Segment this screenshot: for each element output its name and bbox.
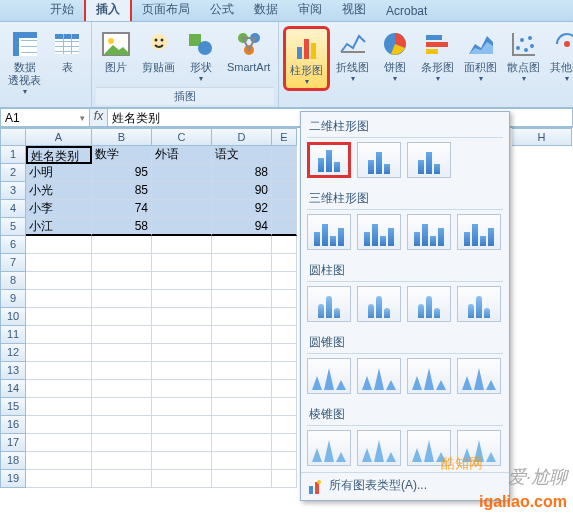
cell-C18[interactable] bbox=[152, 452, 212, 470]
row-header-14[interactable]: 14 bbox=[0, 380, 26, 398]
cell-E17[interactable] bbox=[272, 434, 297, 452]
chart-type-thumb[interactable] bbox=[357, 358, 401, 394]
chart-type-thumb[interactable] bbox=[357, 142, 401, 178]
cell-A9[interactable] bbox=[26, 290, 92, 308]
cell-E3[interactable] bbox=[272, 182, 297, 200]
tab-插入[interactable]: 插入 bbox=[84, 0, 132, 21]
cell-E13[interactable] bbox=[272, 362, 297, 380]
cell-C8[interactable] bbox=[152, 272, 212, 290]
cell-E19[interactable] bbox=[272, 470, 297, 488]
cell-C17[interactable] bbox=[152, 434, 212, 452]
cell-D11[interactable] bbox=[212, 326, 272, 344]
row-header-5[interactable]: 5 bbox=[0, 218, 26, 236]
fx-icon[interactable]: fx bbox=[90, 108, 108, 127]
cell-D4[interactable]: 92 bbox=[212, 200, 272, 218]
tab-开始[interactable]: 开始 bbox=[40, 0, 84, 21]
cell-B1[interactable]: 数学 bbox=[92, 146, 152, 164]
other-chart-button[interactable]: 其他图▾ bbox=[546, 26, 573, 85]
chart-type-thumb[interactable] bbox=[307, 358, 351, 394]
row-header-19[interactable]: 19 bbox=[0, 470, 26, 488]
shapes-button[interactable]: 形状▾ bbox=[181, 26, 221, 85]
cell-B8[interactable] bbox=[92, 272, 152, 290]
cell-C4[interactable] bbox=[152, 200, 212, 218]
column-header-H[interactable]: H bbox=[512, 128, 572, 146]
chart-type-thumb[interactable] bbox=[457, 214, 501, 250]
cell-A15[interactable] bbox=[26, 398, 92, 416]
cell-D13[interactable] bbox=[212, 362, 272, 380]
cell-A4[interactable]: 小李 bbox=[26, 200, 92, 218]
cell-D6[interactable] bbox=[212, 236, 272, 254]
cell-E6[interactable] bbox=[272, 236, 297, 254]
cell-E16[interactable] bbox=[272, 416, 297, 434]
cell-B18[interactable] bbox=[92, 452, 152, 470]
cell-C10[interactable] bbox=[152, 308, 212, 326]
cell-D14[interactable] bbox=[212, 380, 272, 398]
cell-E4[interactable] bbox=[272, 200, 297, 218]
chart-type-thumb[interactable] bbox=[307, 286, 351, 322]
pie-chart-button[interactable]: 饼图▾ bbox=[375, 26, 415, 85]
cell-C9[interactable] bbox=[152, 290, 212, 308]
table-button[interactable]: 表 bbox=[47, 26, 87, 76]
cell-B12[interactable] bbox=[92, 344, 152, 362]
cell-A12[interactable] bbox=[26, 344, 92, 362]
cell-B19[interactable] bbox=[92, 470, 152, 488]
cell-C19[interactable] bbox=[152, 470, 212, 488]
cell-B6[interactable] bbox=[92, 236, 152, 254]
cell-D16[interactable] bbox=[212, 416, 272, 434]
row-header-12[interactable]: 12 bbox=[0, 344, 26, 362]
cell-A3[interactable]: 小光 bbox=[26, 182, 92, 200]
scatter-chart-button[interactable]: 散点图▾ bbox=[503, 26, 544, 85]
tab-页面布局[interactable]: 页面布局 bbox=[132, 0, 200, 21]
cell-B10[interactable] bbox=[92, 308, 152, 326]
column-header-D[interactable]: D bbox=[212, 128, 272, 146]
select-all-corner[interactable] bbox=[0, 128, 26, 146]
cell-B16[interactable] bbox=[92, 416, 152, 434]
cell-B17[interactable] bbox=[92, 434, 152, 452]
row-header-8[interactable]: 8 bbox=[0, 272, 26, 290]
row-header-1[interactable]: 1 bbox=[0, 146, 26, 164]
chart-type-thumb[interactable] bbox=[357, 214, 401, 250]
pivottable-button[interactable]: 数据透视表▾ bbox=[4, 26, 45, 98]
chart-type-thumb[interactable] bbox=[357, 286, 401, 322]
column-chart-button[interactable]: 柱形图▾ bbox=[283, 26, 330, 91]
row-header-7[interactable]: 7 bbox=[0, 254, 26, 272]
cell-D3[interactable]: 90 bbox=[212, 182, 272, 200]
area-chart-button[interactable]: 面积图▾ bbox=[460, 26, 501, 85]
chart-type-thumb[interactable] bbox=[407, 142, 451, 178]
cell-C14[interactable] bbox=[152, 380, 212, 398]
bar-chart-button[interactable]: 条形图▾ bbox=[417, 26, 458, 85]
cell-C11[interactable] bbox=[152, 326, 212, 344]
cell-B3[interactable]: 85 bbox=[92, 182, 152, 200]
tab-视图[interactable]: 视图 bbox=[332, 0, 376, 21]
cell-A17[interactable] bbox=[26, 434, 92, 452]
chart-type-thumb[interactable] bbox=[407, 214, 451, 250]
row-header-6[interactable]: 6 bbox=[0, 236, 26, 254]
row-header-17[interactable]: 17 bbox=[0, 434, 26, 452]
cell-C7[interactable] bbox=[152, 254, 212, 272]
cell-D7[interactable] bbox=[212, 254, 272, 272]
cell-D2[interactable]: 88 bbox=[212, 164, 272, 182]
chart-type-thumb[interactable] bbox=[457, 286, 501, 322]
chart-type-thumb[interactable] bbox=[457, 430, 501, 466]
cell-E15[interactable] bbox=[272, 398, 297, 416]
cell-A11[interactable] bbox=[26, 326, 92, 344]
cell-D8[interactable] bbox=[212, 272, 272, 290]
cell-B9[interactable] bbox=[92, 290, 152, 308]
cell-E11[interactable] bbox=[272, 326, 297, 344]
cell-A5[interactable]: 小江 bbox=[26, 218, 92, 236]
cell-D5[interactable]: 94 bbox=[212, 218, 272, 236]
cell-B15[interactable] bbox=[92, 398, 152, 416]
chart-type-thumb[interactable] bbox=[307, 142, 351, 178]
row-header-9[interactable]: 9 bbox=[0, 290, 26, 308]
cell-C6[interactable] bbox=[152, 236, 212, 254]
line-chart-button[interactable]: 折线图▾ bbox=[332, 26, 373, 85]
cell-C13[interactable] bbox=[152, 362, 212, 380]
row-header-2[interactable]: 2 bbox=[0, 164, 26, 182]
chart-type-thumb[interactable] bbox=[457, 358, 501, 394]
cell-E14[interactable] bbox=[272, 380, 297, 398]
chart-type-thumb[interactable] bbox=[307, 430, 351, 466]
cell-A10[interactable] bbox=[26, 308, 92, 326]
cell-A16[interactable] bbox=[26, 416, 92, 434]
cell-D18[interactable] bbox=[212, 452, 272, 470]
all-chart-types-button[interactable]: 所有图表类型(A)... bbox=[301, 472, 509, 498]
